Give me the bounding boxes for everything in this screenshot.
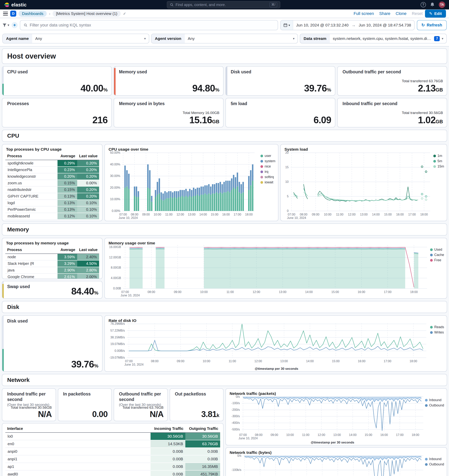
table-row[interactable]: lo030.56GB30.56GB — [5, 432, 220, 440]
search-icon — [24, 23, 27, 27]
legend-item-cache[interactable]: Cache — [430, 253, 444, 257]
metric-value: 6.09 — [314, 115, 331, 125]
global-search-input[interactable] — [176, 3, 267, 7]
table-row[interactable]: awdl00.00B451.79KB — [5, 470, 220, 476]
chart-memory-usage-over-time[interactable]: Memory usage over timeUsedCacheFree0.00B… — [104, 238, 447, 299]
table-row[interactable]: spotlightknowle0.29%0.20% — [5, 160, 99, 167]
svg-text:June 10, 2024: June 10, 2024 — [238, 437, 258, 440]
legend-item-writes[interactable]: Writes — [430, 330, 444, 334]
svg-text:07:00: 07:00 — [239, 433, 247, 436]
metric-value: 39.76 — [71, 359, 94, 370]
kql-search[interactable] — [20, 20, 278, 30]
legend-item-free[interactable]: Free — [430, 258, 444, 262]
legend-dot — [425, 463, 428, 466]
table-row[interactable]: anpi00.00B0.00B — [5, 448, 220, 455]
control-count-badge: 7 — [434, 36, 440, 41]
action-share[interactable]: Share — [379, 11, 390, 16]
metric-label: In packetloss — [63, 391, 108, 397]
legend-item-inbound[interactable]: Inbound — [425, 457, 444, 461]
table-row[interactable]: IntelligencePla0.23%0.20% — [5, 167, 99, 173]
swap-card-slot: Swap used84.40% — [2, 281, 103, 299]
chart-network-traffic-packets[interactable]: Network traffic (packets)InboundOutbound… — [225, 388, 447, 445]
legend-dot — [260, 170, 263, 173]
control-data-stream[interactable]: Data streamsystem.network, system.cpu, s… — [300, 34, 447, 44]
svg-text:16:00: 16:00 — [358, 360, 365, 363]
legend-item-softirq[interactable]: softirq — [260, 175, 275, 179]
table-row[interactable]: Google Chrome2.61%2.00% — [5, 273, 99, 279]
breadcrumb-current[interactable]: [Metrics System] Host overview (1) — [52, 10, 121, 17]
legend-item-irq[interactable]: irq — [260, 170, 275, 174]
table-row[interactable]: en014.53KB63.76GB — [5, 440, 220, 448]
table-row[interactable]: zoom.us0.15%0.00% — [5, 180, 99, 186]
control-agent-name[interactable]: Agent nameAny▾ — [2, 34, 149, 44]
table-row[interactable]: GIPHY CAPTURE0.13%0.20% — [5, 193, 99, 200]
metric-value: 1.02 — [418, 115, 436, 125]
column-header-interface: Interface — [5, 426, 150, 432]
metric-card-swap-used: Swap used84.40% — [2, 281, 103, 299]
date-from[interactable]: Jun 10, 2024 @ 07:13:32.240 — [293, 23, 351, 27]
legend-item-15m[interactable]: 15m — [433, 164, 444, 168]
metric-label: CPU used — [7, 69, 108, 75]
legend-item-reads[interactable]: Reads — [430, 325, 444, 329]
chart-title: Network traffic (bytes) — [230, 450, 272, 455]
avatar[interactable]: TA — [439, 1, 445, 8]
legend-item-outbound[interactable]: Outbound — [425, 462, 444, 466]
global-search[interactable]: ⌘/ — [167, 1, 280, 8]
metric-strip — [2, 281, 4, 298]
refresh-button[interactable]: ↻ Refresh — [417, 20, 447, 30]
dashboards-app-icon[interactable]: D — [10, 11, 16, 17]
svg-text:4.00GB: 4.00GB — [111, 276, 121, 280]
table-row[interactable]: Slack Helper (R3.29%4.50% — [5, 260, 99, 267]
calendar-segment[interactable]: ▾ — [281, 20, 293, 30]
date-to[interactable]: Jun 10, 2024 @ 18:47:54.738 — [356, 23, 414, 27]
table-row[interactable]: java2.90%2.80% — [5, 267, 99, 273]
help-icon[interactable]: ? — [421, 2, 426, 7]
svg-text:June 10, 2024: June 10, 2024 — [121, 294, 140, 297]
legend-item-iowait[interactable]: iowait — [260, 180, 275, 184]
action-full-screen[interactable]: Full screen — [353, 11, 374, 16]
chart-network-traffic-bytes[interactable]: Network traffic (bytes)InboundOutbound0/… — [225, 447, 447, 476]
saved-query-menu-button[interactable]: ▾ — [2, 23, 9, 27]
alerts-bell-icon[interactable] — [430, 2, 435, 7]
add-filter-button[interactable]: + — [12, 22, 17, 28]
breadcrumb-dashboards[interactable]: Dashboards — [18, 10, 47, 17]
svg-text:13:00: 13:00 — [188, 213, 196, 216]
date-range-picker[interactable]: ▾ Jun 10, 2024 @ 07:13:32.240 → Jun 10, … — [280, 20, 414, 30]
svg-text:June 10, 2024: June 10, 2024 — [124, 363, 144, 366]
legend-item-system[interactable]: system — [260, 159, 275, 163]
metric-unit: k — [217, 413, 219, 418]
table-row[interactable]: knowledgeconstr0.20%0.20% — [5, 173, 99, 180]
elastic-logo[interactable]: elastic — [4, 2, 27, 8]
action-clone[interactable]: Clone — [396, 11, 406, 16]
menu-icon[interactable] — [3, 12, 8, 16]
heat-cell: 30.56GB — [150, 432, 185, 440]
chart-system-load[interactable]: System load1m5m15m0510152007:00June 10, … — [280, 144, 447, 221]
svg-text:13:00: 13:00 — [280, 360, 288, 363]
memory-section-row: Top processes by memory usageProcessAver… — [2, 238, 447, 299]
table-row[interactable]: nsattributedstr0.15%0.20% — [5, 186, 99, 193]
table-row[interactable]: ap10.00B16.35MB — [5, 463, 220, 470]
table-row[interactable]: anpi10.00B0.00B — [5, 455, 220, 463]
table-row[interactable]: node3.59%2.40% — [5, 254, 99, 260]
saved-check-icon[interactable]: ✓ — [123, 11, 126, 16]
legend-item-inbound[interactable]: Inbound — [425, 398, 444, 402]
table-row[interactable]: PerfPowerServic0.13%0.10% — [5, 206, 99, 213]
legend-item-outbound[interactable]: Outbound — [425, 403, 444, 407]
legend-item-nice[interactable]: nice — [260, 164, 275, 168]
row-name: mobileassetd — [5, 213, 58, 220]
control-agent-version[interactable]: Agent versionAny▾ — [151, 34, 298, 44]
table-row[interactable]: mobileassetd0.12%0.10% — [5, 213, 99, 220]
legend-item-1m[interactable]: 1m — [433, 154, 444, 158]
row-name: logd — [5, 200, 58, 206]
legend-item-used[interactable]: Used — [430, 248, 444, 252]
edit-button[interactable]: ✎ Edit — [425, 10, 446, 17]
chart-rate-of-disk-io[interactable]: Rate of disk IOReadsWrites-19.07MB/s0.00… — [104, 315, 447, 372]
table-row[interactable]: logd0.13%0.10% — [5, 200, 99, 206]
legend-item-user[interactable]: user — [260, 154, 275, 158]
heat-cell: 0.20% — [58, 173, 77, 180]
legend-item-5m[interactable]: 5m — [433, 159, 444, 163]
heat-cell: 2.61% — [58, 273, 77, 279]
kql-input[interactable] — [30, 23, 274, 28]
chart-cpu-usage-over-time[interactable]: CPU usage over timeusersystemniceirqsoft… — [104, 144, 278, 221]
metric-card-out-packetloss: Out packetloss3.81k — [170, 388, 224, 421]
